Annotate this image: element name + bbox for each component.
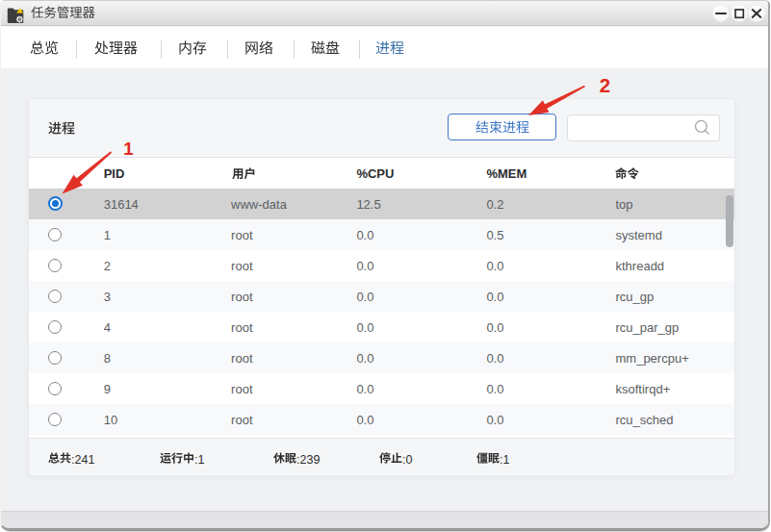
svg-text:2: 2 [600,74,610,96]
svg-text::241: :241 [71,453,94,467]
svg-text::1: :1 [500,453,509,467]
svg-text::0: :0 [402,453,412,467]
svg-text::1: :1 [194,453,204,467]
svg-text::239: :239 [296,453,320,467]
